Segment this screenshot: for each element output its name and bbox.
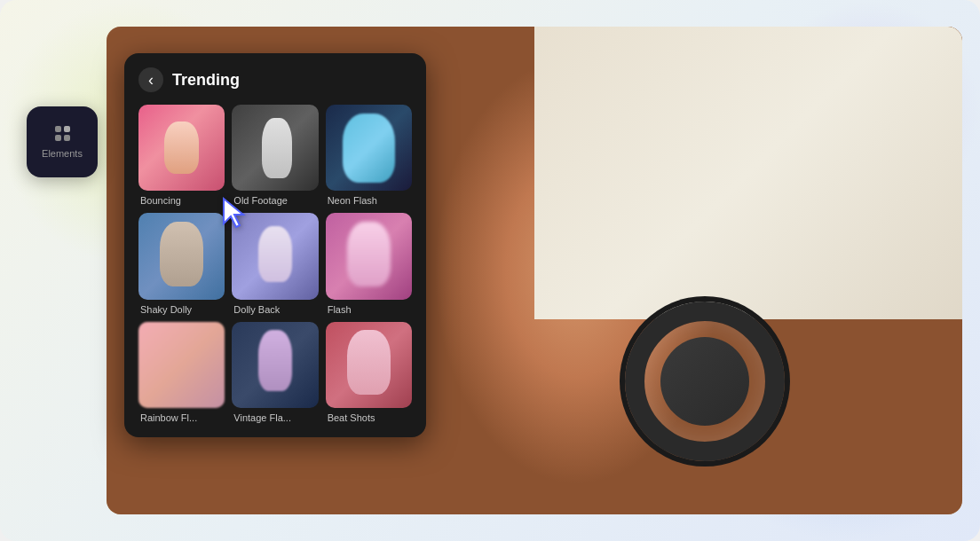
effect-label-bouncing: Bouncing [138,195,225,206]
trending-panel: Trending Bouncing Old Footage Neon Flash [124,53,426,437]
effect-item-old-footage[interactable]: Old Footage [232,105,318,206]
effect-item-dolly-back[interactable]: Dolly Back [232,213,318,314]
effect-item-neon-flash[interactable]: Neon Flash [326,105,412,206]
effect-label-vintage-fla: Vintage Fla... [232,412,318,423]
effects-grid: Bouncing Old Footage Neon Flash Shaky Do… [138,105,412,423]
effect-thumb-rainbow-fl [138,322,225,408]
effect-item-flash[interactable]: Flash [326,213,412,314]
ring-light [625,302,785,461]
effect-label-shaky-dolly: Shaky Dolly [138,304,225,315]
effect-thumb-dolly-back [232,213,318,299]
dot-3 [55,135,61,141]
effect-thumb-shaky-dolly [138,213,225,299]
elements-sidebar-icon[interactable]: Elements [27,106,98,177]
effect-label-beat-shots: Beat Shots [326,412,412,423]
elements-icon-grid [55,126,70,141]
effect-thumb-vintage-fla [232,322,318,408]
effect-label-neon-flash: Neon Flash [326,195,412,206]
effect-thumb-flash [326,213,412,299]
dot-plus [64,126,70,132]
effect-thumb-neon-flash [326,105,412,191]
panel-header: Trending [138,67,412,92]
dot-1 [55,126,61,132]
back-button[interactable] [138,67,163,92]
elements-label: Elements [42,148,83,159]
effect-item-beat-shots[interactable]: Beat Shots [326,322,412,423]
effect-label-old-footage: Old Footage [232,195,318,206]
effect-thumb-beat-shots [326,322,412,408]
effect-label-flash: Flash [326,304,412,315]
dot-4 [64,135,70,141]
effect-label-rainbow-fl: Rainbow Fl... [138,412,225,423]
effect-label-dolly-back: Dolly Back [232,304,318,315]
panel-title: Trending [172,71,240,90]
effect-item-rainbow-fl[interactable]: Rainbow Fl... [138,322,225,423]
scene: Elements Trending Bouncing Old Footage N… [0,0,980,541]
effect-item-bouncing[interactable]: Bouncing [138,105,225,206]
effect-thumb-old-footage [232,105,318,191]
effect-item-shaky-dolly[interactable]: Shaky Dolly [138,213,225,314]
effect-item-vintage-fla[interactable]: Vintage Fla... [232,322,318,423]
effect-thumb-bouncing [138,105,225,191]
